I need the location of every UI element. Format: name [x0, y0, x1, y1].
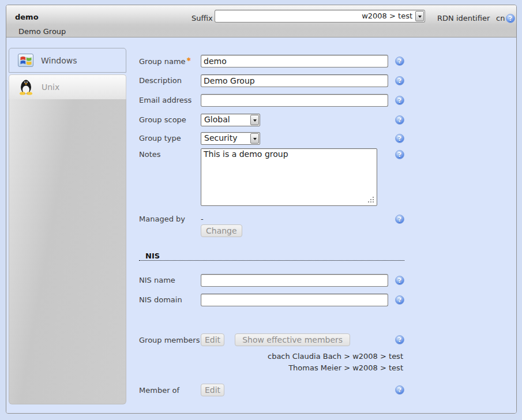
tab-unix[interactable]: Unix [9, 74, 126, 99]
tab-windows-label: Windows [41, 56, 77, 65]
notes-help-icon[interactable]: ? [395, 150, 404, 159]
nis-name-input[interactable] [201, 274, 388, 287]
group-type-select[interactable]: Security [201, 132, 260, 145]
content-area: Windows [6, 38, 516, 413]
group-members-help-icon[interactable]: ? [395, 335, 404, 344]
group-scope-dropdown-button[interactable] [250, 115, 259, 125]
description-input[interactable] [201, 74, 388, 87]
group-name-input[interactable] [201, 55, 388, 68]
group-type-help-icon[interactable]: ? [395, 134, 404, 143]
rdn-identifier-label: RDN identifier [437, 14, 490, 22]
description-row: Description ? [139, 74, 404, 87]
group-type-label: Group type [139, 132, 201, 142]
member-of-edit-button[interactable]: Edit [201, 384, 224, 396]
page-title: demo [15, 13, 39, 21]
rdn-identifier-value: cn [496, 14, 505, 22]
suffix-value: w2008 > test [215, 10, 415, 22]
notes-label: Notes [139, 148, 201, 159]
managed-by-help-icon[interactable]: ? [395, 215, 404, 224]
email-input[interactable] [201, 94, 388, 107]
group-members-label: Group members [139, 333, 201, 344]
email-help-icon[interactable]: ? [395, 96, 404, 105]
notes-row: Notes This is a demo group ? [139, 148, 404, 206]
email-row: Email address ? [139, 94, 404, 107]
required-marker: ✱ [187, 57, 191, 62]
member-of-label: Member of [139, 384, 201, 395]
group-type-row: Group type Security ? [139, 132, 404, 145]
description-label: Description [139, 74, 201, 85]
nis-domain-label: NIS domain [139, 294, 201, 304]
notes-textarea[interactable]: This is a demo group [201, 148, 377, 206]
managed-by-value: - [201, 213, 242, 223]
chevron-down-icon [418, 16, 422, 18]
group-type-value: Security [201, 133, 250, 144]
group-name-label: Group name✱ [139, 55, 201, 66]
email-label: Email address [139, 94, 201, 104]
tux-penguin-icon [18, 79, 34, 95]
window-frame: demo Demo Group Suffix w2008 > test RDN … [6, 5, 517, 414]
nis-domain-row: NIS domain ? [139, 294, 404, 306]
sidebar-tabs: Windows [9, 48, 126, 404]
chevron-down-icon [253, 138, 257, 140]
nis-domain-help-icon[interactable]: ? [395, 295, 404, 305]
group-scope-select[interactable]: Global [201, 114, 260, 126]
change-button[interactable]: Change [201, 224, 242, 237]
suffix-select[interactable]: w2008 > test [215, 10, 425, 22]
suffix-label: Suffix [191, 14, 213, 22]
group-members-edit-button[interactable]: Edit [201, 333, 224, 346]
nis-domain-input[interactable] [201, 294, 388, 306]
group-scope-row: Group scope Global ? [139, 114, 404, 126]
group-member-item: Thomas Meier > w2008 > test [268, 362, 403, 374]
group-scope-value: Global [201, 114, 250, 126]
nis-section-header: NIS [139, 252, 404, 261]
managed-by-label: Managed by [139, 213, 201, 223]
sidebar-panel [9, 99, 126, 404]
member-of-row: Member of Edit ? [139, 384, 404, 396]
rdn-help-icon[interactable]: ? [506, 14, 515, 23]
chevron-down-icon [253, 119, 257, 122]
group-members-list: cbach Claudia Bach > w2008 > test Thomas… [268, 351, 403, 374]
description-help-icon[interactable]: ? [395, 76, 404, 85]
group-scope-label: Group scope [139, 114, 201, 124]
page-header: demo Demo Group Suffix w2008 > test RDN … [6, 5, 516, 38]
member-of-help-icon[interactable]: ? [395, 385, 404, 395]
nis-name-row: NIS name ? [139, 274, 404, 287]
group-name-row: Group name✱ ? [139, 55, 404, 68]
show-effective-members-button[interactable]: Show effective members [235, 333, 350, 346]
group-members-row: Group members Edit Show effective member… [139, 333, 404, 346]
page-subtitle: Demo Group [18, 27, 66, 36]
group-name-help-icon[interactable]: ? [395, 57, 404, 66]
nis-name-help-icon[interactable]: ? [395, 276, 404, 285]
managed-by-row: Managed by - Change ? [139, 213, 404, 237]
group-member-item: cbach Claudia Bach > w2008 > test [268, 351, 403, 362]
windows-logo-icon [18, 54, 33, 67]
group-scope-help-icon[interactable]: ? [395, 115, 404, 125]
suffix-dropdown-button[interactable] [415, 11, 424, 21]
tab-windows[interactable]: Windows [9, 48, 126, 73]
nis-name-label: NIS name [139, 274, 201, 284]
group-type-dropdown-button[interactable] [250, 133, 259, 144]
tab-unix-label: Unix [42, 82, 59, 92]
